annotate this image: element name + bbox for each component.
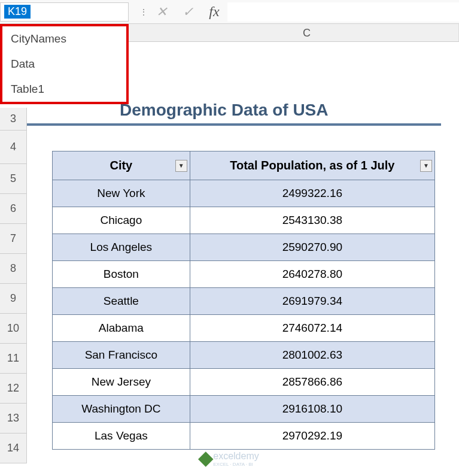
cell-city: Chicago: [53, 207, 190, 234]
cell-pop: 2916108.10: [190, 396, 434, 423]
cell-city: Washington DC: [53, 396, 190, 423]
row-headers: 3 4 5 6 7 8 9 10 11 12 13 14: [0, 108, 27, 463]
row-header-14[interactable]: 14: [0, 433, 27, 463]
filter-button-city[interactable]: ▼: [175, 160, 187, 172]
confirm-icon: ✓: [175, 4, 201, 20]
watermark: exceldemy EXCEL · DATA · BI: [200, 451, 259, 467]
th-pop-label: Total Population, as of 1 July: [230, 159, 394, 172]
cell-city: Seattle: [53, 288, 190, 315]
row-header-5[interactable]: 5: [0, 164, 27, 194]
row-header-4[interactable]: 4: [0, 131, 27, 164]
row-header-6[interactable]: 6: [0, 194, 27, 224]
watermark-name: exceldemy: [213, 451, 259, 462]
cell-pop: 2857866.86: [190, 369, 434, 396]
name-box-dropdown: CityNames Data Table1: [0, 24, 129, 104]
table-row[interactable]: Boston2640278.80: [53, 261, 435, 288]
filter-button-population[interactable]: ▼: [420, 160, 432, 172]
name-box[interactable]: K19: [0, 2, 129, 22]
cell-pop: 2640278.80: [190, 261, 434, 288]
cell-city: New Jersey: [53, 369, 190, 396]
cell-city: New York: [53, 180, 190, 207]
dropdown-item-table1[interactable]: Table1: [2, 77, 126, 102]
row-header-8[interactable]: 8: [0, 254, 27, 284]
name-box-value: K19: [4, 5, 31, 19]
watermark-icon: [198, 451, 213, 466]
resize-handle[interactable]: ⋮: [139, 7, 148, 17]
cell-pop: 2801002.63: [190, 342, 434, 369]
row-header-13[interactable]: 13: [0, 404, 27, 433]
cell-city: Los Angeles: [53, 234, 190, 261]
dropdown-item-data[interactable]: Data: [2, 51, 126, 77]
cell-pop: 2970292.19: [190, 423, 434, 450]
table-row[interactable]: Seattle2691979.34: [53, 288, 435, 315]
row-header-11[interactable]: 11: [0, 344, 27, 374]
table-row[interactable]: San Francisco2801002.63: [53, 342, 435, 369]
cell-pop: 2499322.16: [190, 180, 434, 207]
cancel-icon: ✕: [148, 4, 175, 20]
formula-input[interactable]: [227, 2, 459, 22]
fx-icon[interactable]: fx: [201, 4, 227, 20]
data-table: City ▼ Total Population, as of 1 July ▼ …: [52, 151, 435, 450]
row-header-9[interactable]: 9: [0, 284, 27, 314]
cell-city: Alabama: [53, 315, 190, 342]
table-row[interactable]: Alabama2746072.14: [53, 315, 435, 342]
table-row[interactable]: New York2499322.16: [53, 180, 435, 207]
th-population[interactable]: Total Population, as of 1 July ▼: [190, 151, 434, 180]
cell-pop: 2590270.90: [190, 234, 434, 261]
cell-pop: 2746072.14: [190, 315, 434, 342]
watermark-tagline: EXCEL · DATA · BI: [213, 462, 259, 467]
table-row[interactable]: New Jersey2857866.86: [53, 369, 435, 396]
th-city[interactable]: City ▼: [53, 151, 190, 180]
row-header-3[interactable]: 3: [0, 108, 27, 131]
dropdown-item-citynames[interactable]: CityNames: [2, 26, 126, 51]
cell-city: Las Vegas: [53, 423, 190, 450]
table-row[interactable]: Chicago2543130.38: [53, 207, 435, 234]
row-header-10[interactable]: 10: [0, 314, 27, 344]
row-header-7[interactable]: 7: [0, 224, 27, 254]
cell-city: San Francisco: [53, 342, 190, 369]
table-row[interactable]: Los Angeles2590270.90: [53, 234, 435, 261]
row-header-12[interactable]: 12: [0, 374, 27, 404]
cell-city: Boston: [53, 261, 190, 288]
col-header-c[interactable]: C: [155, 24, 459, 41]
cell-pop: 2691979.34: [190, 288, 434, 315]
table-row[interactable]: Washington DC2916108.10: [53, 396, 435, 423]
cell-pop: 2543130.38: [190, 207, 434, 234]
table-row[interactable]: Las Vegas2970292.19: [53, 423, 435, 450]
th-city-label: City: [110, 159, 132, 172]
